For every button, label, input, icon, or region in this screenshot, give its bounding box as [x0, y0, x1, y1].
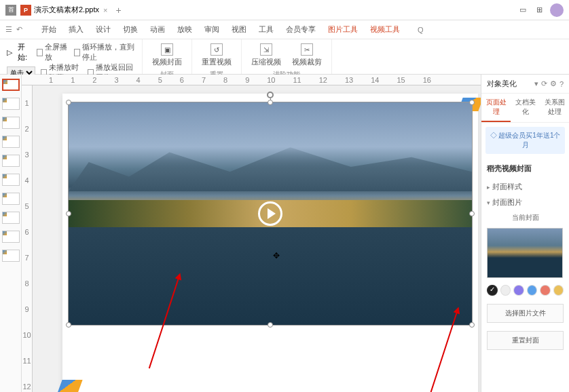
- menu-review[interactable]: 审阅: [204, 24, 219, 35]
- thumb-2[interactable]: [2, 98, 20, 110]
- compress-video-button[interactable]: ⇲压缩视频: [249, 42, 284, 68]
- undo-icon[interactable]: ↶: [16, 25, 22, 34]
- settings-icon[interactable]: ⚙: [550, 79, 557, 88]
- search-icon[interactable]: Q: [418, 26, 424, 34]
- menu-start[interactable]: 开始: [41, 24, 56, 35]
- thumb-7[interactable]: [2, 193, 20, 205]
- swatch-5[interactable]: [540, 285, 551, 296]
- loop-checkbox[interactable]: 循环播放，直到停止: [74, 42, 135, 62]
- thumb-1[interactable]: [2, 79, 20, 91]
- avatar[interactable]: [550, 3, 564, 17]
- tab-relation[interactable]: 关系图处理: [540, 94, 569, 122]
- slide[interactable]: [62, 94, 478, 392]
- help-icon[interactable]: ?: [559, 80, 564, 88]
- cover-preview[interactable]: [487, 228, 563, 278]
- fullscreen-checkbox[interactable]: 全屏播放: [37, 42, 68, 62]
- start-text: 开始:: [18, 42, 31, 62]
- choose-image-button[interactable]: 选择图片文件: [487, 304, 564, 323]
- thumb-10[interactable]: [2, 250, 20, 262]
- video-object[interactable]: [68, 102, 473, 326]
- menu-vip[interactable]: 会员专享: [286, 24, 316, 35]
- play-icon[interactable]: [258, 201, 282, 226]
- item-cover-style[interactable]: 封面样式: [481, 179, 569, 195]
- handle-ml[interactable]: [66, 211, 71, 216]
- tab-doc[interactable]: 文档美化: [511, 94, 540, 122]
- start-label: ▷: [7, 48, 12, 57]
- canvas[interactable]: 112345678910111213141516 123456789101112: [22, 75, 481, 392]
- handle-bc[interactable]: [268, 322, 273, 328]
- handle-mr[interactable]: [469, 211, 475, 216]
- reset-video-button[interactable]: ↺重置视频: [199, 42, 234, 68]
- swatch-2[interactable]: [500, 285, 511, 296]
- window-icon[interactable]: ▭: [516, 3, 530, 17]
- cover-label: 当前封面: [481, 210, 569, 225]
- item-cover-pic[interactable]: 封面图片: [481, 195, 569, 210]
- panel-title: 对象美化: [487, 79, 534, 89]
- menu-view[interactable]: 视图: [232, 24, 246, 35]
- color-swatches: [481, 281, 569, 300]
- ruler-vertical: 123456789101112: [22, 85, 33, 392]
- swatch-3[interactable]: [513, 285, 524, 296]
- thumb-9[interactable]: [2, 231, 20, 243]
- tab-page[interactable]: 页面处理: [481, 94, 511, 122]
- ppt-icon: P: [20, 5, 31, 16]
- side-panel: 对象美化 ▾ ⟳ ⚙ ? 页面处理 文档美化 关系图处理 ◇ 超级会员买1年送1…: [481, 75, 569, 392]
- corner-decor-bl: [57, 380, 82, 392]
- new-tab[interactable]: +: [115, 5, 121, 16]
- trim-video-button[interactable]: ✂视频裁剪: [289, 42, 325, 68]
- menu-video-tools[interactable]: 视频工具: [370, 24, 400, 35]
- thumbnail-panel: [0, 75, 22, 392]
- thumb-4[interactable]: [2, 136, 20, 148]
- grid-icon[interactable]: ⊞: [532, 3, 546, 17]
- rotate-handle[interactable]: [267, 92, 274, 98]
- ruler-horizontal: 112345678910111213141516: [22, 75, 481, 85]
- reset-cover-button[interactable]: 重置封面: [487, 331, 564, 350]
- menu-insert[interactable]: 插入: [69, 24, 84, 35]
- swatch-6[interactable]: [553, 285, 564, 296]
- menu-design[interactable]: 设计: [96, 24, 111, 35]
- menu-animation[interactable]: 动画: [150, 24, 165, 35]
- handle-bl[interactable]: [66, 322, 71, 328]
- thumb-8[interactable]: [2, 212, 20, 224]
- video-thumbnail: [69, 102, 472, 325]
- menu-file-icon[interactable]: ☰: [5, 25, 12, 34]
- swatch-1[interactable]: [487, 285, 498, 296]
- thumb-6[interactable]: [2, 174, 20, 186]
- section-title: 稻壳视频封面: [481, 158, 569, 179]
- handle-tc[interactable]: [268, 100, 273, 105]
- promo-banner[interactable]: ◇ 超级会员买1年送1个月: [485, 127, 565, 154]
- thumb-5[interactable]: [2, 155, 20, 167]
- filename: 演示文稿素材2.pptx: [34, 5, 99, 15]
- thumb-3[interactable]: [2, 117, 20, 129]
- close-tab[interactable]: ×: [103, 6, 107, 14]
- menu-tools[interactable]: 工具: [259, 24, 274, 35]
- video-cover-button[interactable]: ▣视频封面: [149, 42, 185, 68]
- refresh-icon[interactable]: ⟳: [541, 79, 547, 88]
- chevron-down-icon[interactable]: ▾: [534, 79, 538, 88]
- menu-show[interactable]: 放映: [177, 24, 192, 35]
- menu-pic-tools[interactable]: 图片工具: [328, 24, 358, 35]
- handle-tl[interactable]: [66, 100, 71, 105]
- swatch-4[interactable]: [527, 285, 538, 296]
- handle-br[interactable]: [469, 322, 475, 328]
- handle-tr[interactable]: [469, 100, 475, 105]
- home-icon[interactable]: 首: [5, 5, 16, 16]
- menu-transition[interactable]: 切换: [123, 24, 138, 35]
